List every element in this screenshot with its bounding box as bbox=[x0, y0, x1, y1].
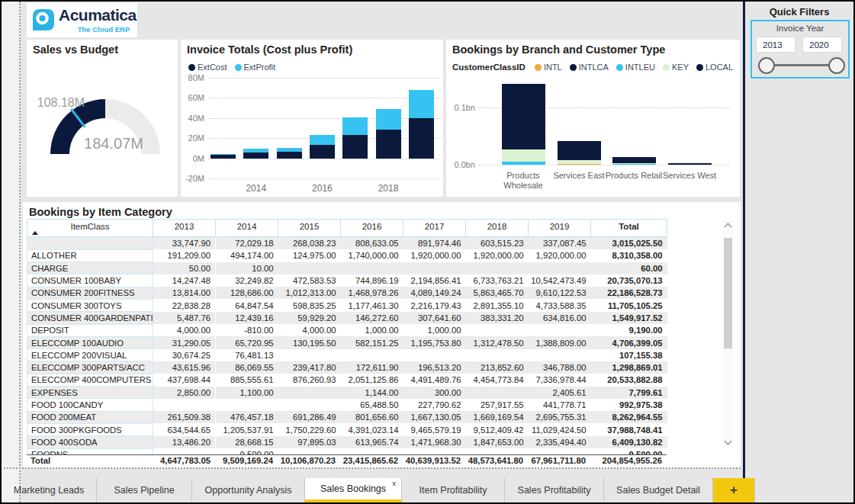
column-header[interactable]: 2014 bbox=[216, 220, 278, 237]
value-cell: 11,029,424.50 bbox=[529, 423, 591, 435]
table-row[interactable]: DEPOSIT4,000.00-810.004,000.001,000.001,… bbox=[27, 324, 667, 336]
range-start-input[interactable] bbox=[756, 37, 796, 53]
column-header[interactable]: 2019 bbox=[529, 220, 591, 237]
value-cell bbox=[466, 387, 529, 399]
bar-segment[interactable] bbox=[558, 141, 601, 159]
table-row[interactable]: CONSUMER 200FITNESS13,814.00128,686.001,… bbox=[27, 287, 667, 299]
bar-segment[interactable] bbox=[243, 149, 268, 152]
bar-segment[interactable] bbox=[409, 90, 434, 118]
bar-segment[interactable] bbox=[612, 157, 656, 163]
value-cell: 1,205,537.91 bbox=[216, 423, 278, 435]
row-label-cell: ELECCOMP 300PARTS/ACC bbox=[27, 361, 153, 374]
gridline bbox=[208, 159, 442, 159]
bar-segment[interactable] bbox=[376, 109, 401, 130]
close-tab-icon[interactable]: x bbox=[392, 479, 396, 487]
tab-label: Sales Bookings bbox=[320, 483, 386, 494]
slider-handle-left[interactable] bbox=[758, 57, 775, 74]
table-row[interactable]: FOODNS9,500.009,500.00 bbox=[27, 448, 667, 454]
value-cell: 37,988,748.41 bbox=[591, 423, 667, 435]
bar-segment[interactable] bbox=[376, 130, 401, 159]
value-cell: 383,331.20 bbox=[466, 312, 529, 324]
value-cell: 891,974.46 bbox=[403, 237, 466, 249]
table-row[interactable]: FOOD 400SODA13,486.2028,668.1597,895.036… bbox=[27, 436, 667, 448]
sort-ascending-icon[interactable] bbox=[32, 231, 38, 235]
table-row[interactable]: ELECCOMP 200VISUAL30,674.2576,481.13107,… bbox=[27, 349, 667, 361]
column-header[interactable]: ItemClass bbox=[27, 220, 153, 237]
bar-segment[interactable] bbox=[310, 135, 335, 145]
add-page-button[interactable]: + bbox=[713, 478, 755, 502]
table-scrollbar[interactable] bbox=[723, 220, 733, 448]
bar-segment[interactable] bbox=[342, 117, 368, 135]
column-header[interactable]: 2013 bbox=[153, 220, 216, 237]
bar-segment[interactable] bbox=[612, 163, 656, 164]
value-cell: 1,144.00 bbox=[341, 387, 403, 399]
tab-opportunity-analysis[interactable]: Opportunity Analysis bbox=[192, 478, 305, 502]
value-cell: 227,790.62 bbox=[403, 399, 466, 411]
scrollbar-up-icon[interactable] bbox=[725, 223, 732, 231]
value-cell bbox=[341, 262, 403, 274]
bar-segment[interactable] bbox=[211, 154, 236, 159]
bar-segment[interactable] bbox=[277, 148, 302, 152]
table-row[interactable]: ELECCOMP 300PARTS/ACC43,615.9686,069.552… bbox=[27, 361, 667, 374]
table-row[interactable]: 33,747.9072,029.18268,038.23808,633.0589… bbox=[27, 237, 667, 249]
table-row[interactable]: FOOD 100CANDY65,488.50227,790.62257,917.… bbox=[27, 399, 667, 411]
table-row[interactable]: CONSUMER 100BABY14,247.4832,249.82472,58… bbox=[27, 274, 667, 287]
value-cell bbox=[153, 448, 216, 454]
bar-segment[interactable] bbox=[211, 154, 236, 155]
table-row[interactable]: CONSUMER 300TOYS22,838.2864,847.54598,83… bbox=[27, 299, 667, 311]
tab-sales-profitability[interactable]: Sales Profitability bbox=[505, 478, 604, 502]
table-row[interactable]: FOOD 300PKGFOODS634,544.651,205,537.911,… bbox=[27, 423, 667, 435]
bar-segment[interactable] bbox=[502, 162, 545, 165]
value-cell bbox=[403, 262, 466, 274]
slider-track[interactable] bbox=[765, 64, 837, 66]
left-resize-splitter[interactable] bbox=[2, 2, 21, 502]
table-row[interactable]: CONSUMER 400GARDENPATI5,487.7612,439.165… bbox=[27, 312, 667, 324]
page-tab-bar: Marketing LeadsSales PipelineOpportunity… bbox=[2, 478, 853, 502]
bar-segment[interactable] bbox=[409, 118, 434, 159]
table-row[interactable]: FOOD 200MEAT261,509.38476,457.18691,286.… bbox=[27, 411, 667, 423]
table-row[interactable]: EXPENSES2,850.001,100.001,144.00300.002,… bbox=[27, 387, 667, 399]
bar-segment[interactable] bbox=[502, 84, 545, 149]
value-cell: 2,405.61 bbox=[529, 387, 591, 399]
value-cell bbox=[466, 349, 529, 361]
acumatica-logo-icon bbox=[32, 8, 55, 31]
table-row[interactable]: CHARGE50.0010.0060.00 bbox=[27, 262, 667, 274]
scrollbar-thumb[interactable] bbox=[724, 238, 732, 348]
bar-segment[interactable] bbox=[668, 163, 712, 165]
scrollbar-down-icon[interactable] bbox=[725, 438, 732, 445]
column-header[interactable]: 2018 bbox=[466, 220, 529, 237]
bar-segment[interactable] bbox=[612, 164, 656, 165]
slicer-label: Invoice Year bbox=[752, 24, 848, 33]
bar-segment[interactable] bbox=[342, 135, 368, 158]
slider-handle-right[interactable] bbox=[828, 57, 845, 74]
bar-segment[interactable] bbox=[558, 164, 601, 165]
range-end-input[interactable] bbox=[802, 37, 842, 53]
value-cell: 124,975.00 bbox=[278, 249, 341, 262]
bar-segment[interactable] bbox=[558, 160, 601, 164]
horizontal-resize-splitter[interactable] bbox=[4, 467, 741, 469]
bar-segment[interactable] bbox=[310, 145, 335, 159]
bar-segment[interactable] bbox=[277, 152, 302, 158]
bar-segment[interactable] bbox=[502, 149, 545, 162]
table-row[interactable]: ELECCOMP 100AUDIO31,290.0565,720.95130,1… bbox=[27, 336, 667, 348]
tab-sales-budget-detail[interactable]: Sales Budget Detail bbox=[604, 478, 713, 502]
total-value-cell: 4,647,783.05 bbox=[153, 455, 215, 467]
tab-sales-bookings[interactable]: Sales Bookingsx bbox=[305, 478, 402, 502]
total-value-cell: 67,961,711.80 bbox=[528, 455, 590, 467]
table-row[interactable]: ALLOTHER191,209.00494,174.00124,975.001,… bbox=[27, 249, 667, 262]
column-header[interactable]: 2015 bbox=[278, 220, 341, 237]
tab-marketing-leads[interactable]: Marketing Leads bbox=[2, 478, 97, 502]
bar-segment[interactable] bbox=[243, 152, 268, 159]
tab-item-profitability[interactable]: Item Profitability bbox=[402, 478, 505, 502]
value-cell: 2,194,856.41 bbox=[403, 274, 466, 287]
table-body-viewport[interactable]: 33,747.9072,029.18268,038.23808,633.0589… bbox=[27, 237, 671, 454]
row-label-cell: CONSUMER 100BABY bbox=[27, 274, 153, 287]
value-cell: 1,000.00 bbox=[341, 324, 403, 336]
table-row[interactable]: ELECCOMP 400COMPUTERS437,698.44885,555.6… bbox=[27, 374, 667, 386]
column-header[interactable]: 2017 bbox=[403, 220, 466, 237]
column-header[interactable]: Total bbox=[591, 220, 667, 237]
tab-sales-pipeline[interactable]: Sales Pipeline bbox=[97, 478, 192, 502]
value-cell: 885,555.61 bbox=[216, 374, 278, 386]
gauge-visual[interactable] bbox=[27, 40, 178, 197]
column-header[interactable]: 2016 bbox=[341, 220, 403, 237]
